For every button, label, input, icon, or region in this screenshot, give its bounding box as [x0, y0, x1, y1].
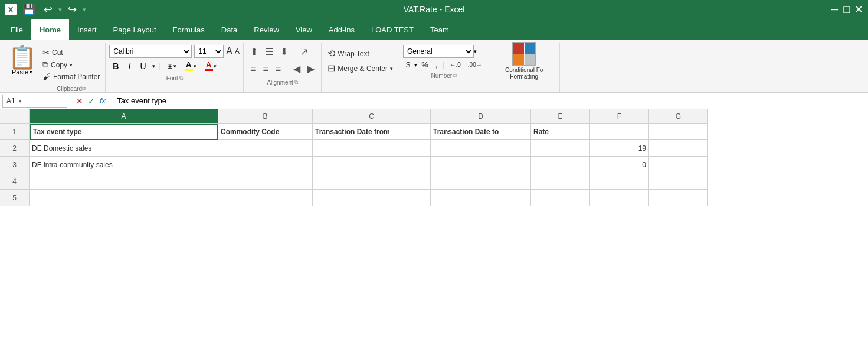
- col-header-c[interactable]: C: [313, 109, 431, 124]
- dollar-button[interactable]: $: [403, 59, 413, 70]
- menu-team[interactable]: Team: [422, 19, 457, 40]
- decrease-decimal-button[interactable]: ←.0: [447, 60, 463, 69]
- cell-g2[interactable]: [649, 140, 708, 157]
- font-expand[interactable]: ⧉: [179, 75, 183, 82]
- merge-center-arrow[interactable]: ▾: [390, 66, 393, 72]
- menu-load-test[interactable]: LOAD TEST: [363, 19, 422, 40]
- menu-file[interactable]: File: [2, 19, 31, 40]
- middle-align-button[interactable]: ☰: [262, 45, 276, 58]
- cell-d4[interactable]: [431, 173, 531, 190]
- underline-arrow-icon[interactable]: ▾: [152, 63, 155, 69]
- formula-cancel-icon[interactable]: ✕: [76, 96, 83, 106]
- col-header-b[interactable]: B: [218, 109, 313, 124]
- cell-ref-arrow[interactable]: ▾: [19, 98, 24, 104]
- cell-c1[interactable]: Transaction Date from: [313, 124, 431, 140]
- bottom-align-button[interactable]: ⬇: [277, 45, 291, 58]
- customize-icon[interactable]: ▾: [83, 6, 86, 14]
- cell-g5[interactable]: [649, 190, 708, 206]
- paste-arrow-icon[interactable]: ▾: [30, 69, 32, 75]
- number-format-arrow[interactable]: ▾: [474, 48, 477, 54]
- cell-b2[interactable]: [218, 140, 313, 157]
- cell-g3[interactable]: [649, 157, 708, 173]
- copy-arrow-icon[interactable]: ▾: [70, 62, 73, 68]
- cell-g1[interactable]: [649, 124, 708, 140]
- cell-e1[interactable]: Rate: [531, 124, 590, 140]
- cell-b5[interactable]: [218, 190, 313, 206]
- col-header-g[interactable]: G: [649, 109, 708, 124]
- row-header-1[interactable]: 1: [0, 124, 30, 140]
- percent-button[interactable]: %: [418, 59, 431, 70]
- row-header-3[interactable]: 3: [0, 157, 30, 173]
- cell-f5[interactable]: [590, 190, 649, 206]
- formula-fx-icon[interactable]: fx: [100, 96, 106, 105]
- col-header-d[interactable]: D: [431, 109, 531, 124]
- cell-a4[interactable]: [30, 173, 218, 190]
- cell-c5[interactable]: [313, 190, 431, 206]
- number-expand[interactable]: ⧉: [453, 73, 457, 79]
- redo-icon[interactable]: ↪: [65, 2, 79, 17]
- row-header-4[interactable]: 4: [0, 173, 30, 190]
- undo-arrow[interactable]: ▾: [58, 6, 62, 14]
- right-align-button[interactable]: ≡: [273, 63, 284, 76]
- menu-data[interactable]: Data: [213, 19, 245, 40]
- font-color-button[interactable]: A ▾: [202, 59, 220, 73]
- col-header-a[interactable]: A: [30, 109, 218, 124]
- minimize-button[interactable]: ─: [831, 4, 838, 16]
- cell-d2[interactable]: [431, 140, 531, 157]
- save-icon[interactable]: 💾: [20, 2, 38, 17]
- menu-page-layout[interactable]: Page Layout: [105, 19, 165, 40]
- decrease-font-size-icon[interactable]: A: [235, 47, 240, 56]
- cell-d3[interactable]: [431, 157, 531, 173]
- cell-f4[interactable]: [590, 173, 649, 190]
- cell-a2[interactable]: DE Domestic sales: [30, 140, 218, 157]
- dollar-arrow[interactable]: ▾: [414, 62, 417, 68]
- borders-button[interactable]: ⊞ ▾: [164, 61, 179, 72]
- maximize-button[interactable]: □: [843, 4, 850, 16]
- cell-f1[interactable]: [590, 124, 649, 140]
- cell-b4[interactable]: [218, 173, 313, 190]
- menu-home[interactable]: Home: [31, 19, 69, 40]
- formula-confirm-icon[interactable]: ✓: [88, 96, 95, 106]
- bold-button[interactable]: B: [109, 60, 122, 72]
- paste-button[interactable]: 📋 Paste ▾: [4, 45, 41, 77]
- cell-e3[interactable]: [531, 157, 590, 173]
- merge-center-button[interactable]: ⊟ Merge & Center ▾: [325, 61, 395, 75]
- cell-a3[interactable]: DE intra-community sales: [30, 157, 218, 173]
- cell-f3[interactable]: 0: [590, 157, 649, 173]
- menu-formulas[interactable]: Formulas: [165, 19, 213, 40]
- borders-arrow-icon[interactable]: ▾: [173, 63, 176, 69]
- menu-insert[interactable]: Insert: [69, 19, 105, 40]
- cell-d1[interactable]: Transaction Date to: [431, 124, 531, 140]
- fill-color-arrow[interactable]: ▾: [194, 63, 196, 69]
- underline-button[interactable]: U: [136, 60, 149, 72]
- angle-text-button[interactable]: ↗: [297, 45, 311, 58]
- cell-e2[interactable]: [531, 140, 590, 157]
- comma-button[interactable]: ,: [433, 59, 441, 70]
- cell-e5[interactable]: [531, 190, 590, 206]
- font-color-arrow[interactable]: ▾: [214, 63, 217, 69]
- copy-button[interactable]: ⧉ Copy ▾: [41, 59, 101, 70]
- close-button[interactable]: ✕: [854, 3, 863, 16]
- clipboard-expand[interactable]: ⧉: [82, 86, 86, 92]
- cell-b1[interactable]: Commodity Code: [218, 124, 313, 140]
- col-header-f[interactable]: F: [590, 109, 649, 124]
- italic-button[interactable]: I: [125, 60, 134, 72]
- number-format-select[interactable]: General: [403, 45, 474, 58]
- conditional-formatting-button[interactable]: Conditional Fo Formatting: [505, 42, 543, 80]
- decrease-indent-button[interactable]: ◀: [290, 62, 303, 76]
- cell-d5[interactable]: [431, 190, 531, 206]
- font-name-select[interactable]: Calibri: [109, 45, 192, 58]
- font-size-select[interactable]: 11: [194, 45, 224, 58]
- cell-f2[interactable]: 19: [590, 140, 649, 157]
- cell-reference-box[interactable]: A1 ▾: [2, 95, 67, 108]
- formula-input[interactable]: [114, 96, 866, 105]
- cell-c4[interactable]: [313, 173, 431, 190]
- alignment-expand[interactable]: ⧉: [294, 79, 298, 86]
- cell-g4[interactable]: [649, 173, 708, 190]
- format-painter-button[interactable]: 🖌 Format Painter: [41, 72, 101, 82]
- increase-decimal-button[interactable]: .00→: [465, 60, 485, 69]
- cell-c3[interactable]: [313, 157, 431, 173]
- cell-c2[interactable]: [313, 140, 431, 157]
- cell-e4[interactable]: [531, 173, 590, 190]
- row-header-2[interactable]: 2: [0, 140, 30, 157]
